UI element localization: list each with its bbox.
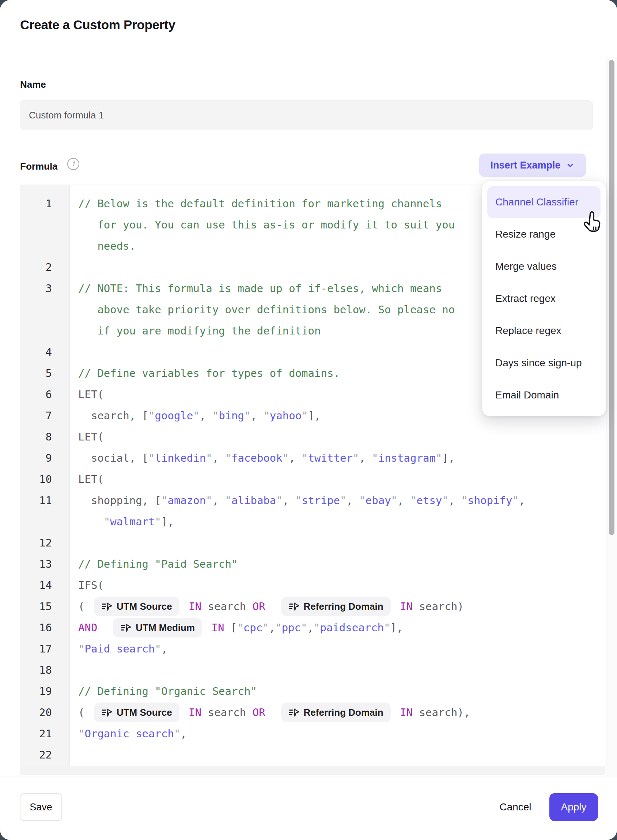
code-row: 11 shopping, ["amazon", "alibaba", "stri… <box>20 490 605 511</box>
vertical-scrollbar-thumb[interactable] <box>609 60 614 535</box>
variable-chip-icon <box>101 601 112 612</box>
info-icon[interactable]: i <box>67 158 79 170</box>
line-number: 12 <box>20 537 70 549</box>
footer-divider <box>0 776 617 777</box>
line-number: 15 <box>20 600 70 613</box>
insert-example-button[interactable]: Insert Example <box>479 154 586 177</box>
line-number: 1 <box>20 197 70 210</box>
line-number: 5 <box>20 367 70 379</box>
line-number: 19 <box>20 685 70 697</box>
line-number: 11 <box>20 494 70 506</box>
menu-item-email-domain[interactable]: Email Domain <box>487 379 601 411</box>
line-number: 8 <box>20 431 70 443</box>
line-number: 7 <box>20 409 70 422</box>
variable-chip[interactable]: Referring Domain <box>281 596 391 616</box>
name-label: Name <box>20 79 46 90</box>
variable-chip-label: Referring Domain <box>304 601 384 612</box>
line-number: 6 <box>20 388 70 401</box>
variable-chip[interactable]: UTM Source <box>94 703 180 722</box>
line-number: 13 <box>20 558 70 570</box>
line-number: 21 <box>20 728 70 740</box>
name-input[interactable] <box>20 100 593 130</box>
menu-item-merge-values[interactable]: Merge values <box>487 250 601 283</box>
variable-chip-icon <box>120 622 131 633</box>
line-number: 4 <box>20 346 70 358</box>
code-row: 17"Paid search", <box>20 638 605 660</box>
menu-item-resize-range[interactable]: Resize range <box>487 218 601 250</box>
code-row: "walmart"], <box>20 511 605 532</box>
variable-chip-label: UTM Source <box>117 601 172 612</box>
code-row: 15( UTM Source IN search OR Referring Do… <box>20 596 605 617</box>
code-row: 12 <box>20 532 605 554</box>
menu-item-channel-classifier[interactable]: Channel Classifier <box>487 186 601 218</box>
modal-title: Create a Custom Property <box>20 18 176 32</box>
code-row: 8LET( <box>20 426 605 447</box>
variable-chip[interactable]: UTM Source <box>94 596 180 616</box>
variable-chip-label: UTM Medium <box>136 622 195 633</box>
menu-item-days-since-sign-up[interactable]: Days since sign-up <box>487 347 601 379</box>
code-row: 22 <box>20 744 605 765</box>
variable-chip-icon <box>288 707 300 718</box>
menu-item-extract-regex[interactable]: Extract regex <box>487 283 601 315</box>
variable-chip[interactable]: Referring Domain <box>281 703 391 722</box>
formula-label: Formula <box>20 161 58 172</box>
chevron-down-icon <box>565 161 575 170</box>
code-row: 21"Organic search", <box>20 723 605 744</box>
line-number: 14 <box>20 579 70 591</box>
code-row: 13// Defining "Paid Search" <box>20 554 605 574</box>
code-row: 16AND UTM Medium IN ["cpc","ppc","paidse… <box>20 617 605 638</box>
line-number: 10 <box>20 473 70 486</box>
line-number: 3 <box>20 282 70 295</box>
variable-chip-icon <box>101 707 112 718</box>
line-number: 17 <box>20 643 70 655</box>
line-number: 16 <box>20 622 70 634</box>
horizontal-scrollbar-track[interactable] <box>20 766 605 775</box>
variable-chip[interactable]: UTM Medium <box>113 618 202 638</box>
menu-item-replace-regex[interactable]: Replace regex <box>487 315 601 347</box>
code-row: 14IFS( <box>20 574 605 596</box>
save-button[interactable]: Save <box>20 793 62 821</box>
variable-chip-label: UTM Source <box>117 707 172 718</box>
line-number: 2 <box>20 261 70 273</box>
variable-chip-icon <box>288 601 300 612</box>
vertical-scrollbar-track[interactable] <box>606 57 617 776</box>
line-number: 9 <box>20 452 70 464</box>
line-number: 20 <box>20 706 70 719</box>
create-custom-property-modal: Create a Custom Property Name Formula i … <box>0 0 617 840</box>
code-row: 10LET( <box>20 469 605 490</box>
code-row: 19// Defining "Organic Search" <box>20 681 605 702</box>
code-row: 18 <box>20 660 605 681</box>
line-number: 22 <box>20 748 70 761</box>
insert-example-label: Insert Example <box>490 160 560 171</box>
code-row: 9 social, ["linkedin", "facebook", "twit… <box>20 447 605 469</box>
line-number: 18 <box>20 664 70 676</box>
insert-example-menu: Channel ClassifierResize rangeMerge valu… <box>482 181 606 416</box>
cancel-button[interactable]: Cancel <box>490 793 541 821</box>
variable-chip-label: Referring Domain <box>304 707 384 718</box>
code-row: 20( UTM Source IN search OR Referring Do… <box>20 702 605 723</box>
apply-button[interactable]: Apply <box>549 793 598 821</box>
